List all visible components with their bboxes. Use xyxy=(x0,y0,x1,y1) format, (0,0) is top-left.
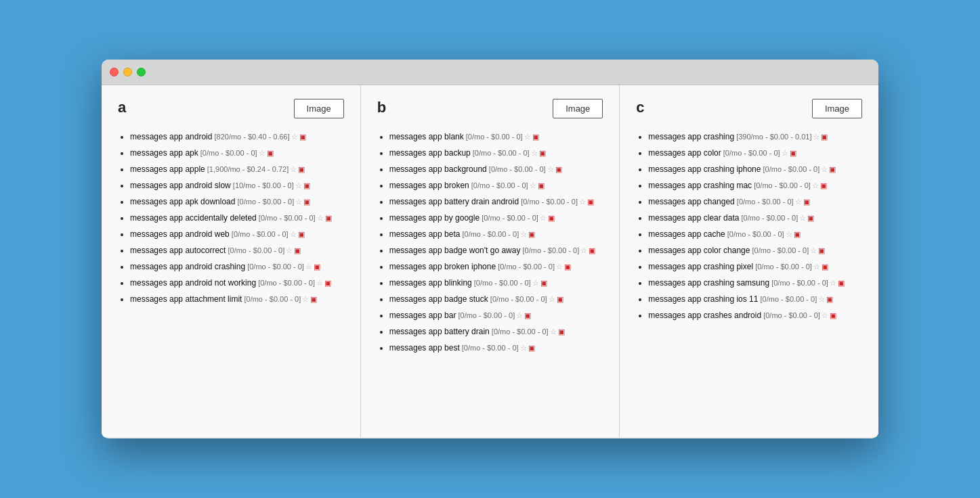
keyword-meta: [0/mo - $0.00 - 0] xyxy=(256,279,315,287)
star-icon[interactable]: ☆ xyxy=(821,164,828,175)
star-icon[interactable]: ☆ xyxy=(786,229,792,240)
bookmark-icon[interactable]: ▣ xyxy=(267,148,274,159)
bookmark-icon[interactable]: ▣ xyxy=(298,229,305,240)
star-icon[interactable]: ☆ xyxy=(520,342,527,354)
bookmark-icon[interactable]: ▣ xyxy=(294,245,301,256)
bookmark-icon[interactable]: ▣ xyxy=(299,131,306,143)
star-icon[interactable]: ☆ xyxy=(290,164,297,175)
bookmark-icon[interactable]: ▣ xyxy=(557,294,563,305)
bookmark-icon[interactable]: ▣ xyxy=(555,164,562,175)
keyword-text: messages app autocorrect xyxy=(130,246,226,255)
star-icon[interactable]: ☆ xyxy=(290,229,297,240)
bookmark-icon[interactable]: ▣ xyxy=(310,294,317,305)
star-icon[interactable]: ☆ xyxy=(799,212,806,224)
star-icon[interactable]: ☆ xyxy=(295,196,302,208)
keyword-action-icons: ☆▣ xyxy=(305,261,320,273)
star-icon[interactable]: ☆ xyxy=(822,310,828,321)
bookmark-icon[interactable]: ▣ xyxy=(821,131,828,143)
bookmark-icon[interactable]: ▣ xyxy=(558,326,565,338)
star-icon[interactable]: ☆ xyxy=(818,294,825,305)
bookmark-icon[interactable]: ▣ xyxy=(539,148,546,159)
bookmark-icon[interactable]: ▣ xyxy=(587,196,594,208)
image-button-c[interactable]: Image xyxy=(812,99,862,118)
image-button-a[interactable]: Image xyxy=(294,99,344,118)
bookmark-icon[interactable]: ▣ xyxy=(829,164,836,175)
star-icon[interactable]: ☆ xyxy=(556,261,563,273)
star-icon[interactable]: ☆ xyxy=(302,294,309,305)
bookmark-icon[interactable]: ▣ xyxy=(303,196,310,208)
bookmark-icon[interactable]: ▣ xyxy=(303,180,310,191)
list-item: messages app apk [0/mo - $0.00 - 0]☆▣ xyxy=(130,147,344,159)
bookmark-icon[interactable]: ▣ xyxy=(790,148,796,159)
bookmark-icon[interactable]: ▣ xyxy=(826,294,833,305)
star-icon[interactable]: ☆ xyxy=(520,229,527,240)
bookmark-icon[interactable]: ▣ xyxy=(803,196,810,208)
keyword-meta: [0/mo - $0.00 - 0] xyxy=(761,311,820,319)
star-icon[interactable]: ☆ xyxy=(531,148,538,159)
bookmark-icon[interactable]: ▣ xyxy=(314,261,320,273)
bookmark-icon[interactable]: ▣ xyxy=(818,245,825,256)
star-icon[interactable]: ☆ xyxy=(812,180,819,191)
list-item: messages app crashing mac [0/mo - $0.00 … xyxy=(648,179,862,191)
star-icon[interactable]: ☆ xyxy=(295,180,302,191)
bookmark-icon[interactable]: ▣ xyxy=(564,261,571,273)
bookmark-icon[interactable]: ▣ xyxy=(838,277,845,289)
keyword-text: messages app badge stuck xyxy=(389,294,488,304)
star-icon[interactable]: ☆ xyxy=(524,131,531,143)
list-item: messages app badge stuck [0/mo - $0.00 -… xyxy=(389,293,603,305)
star-icon[interactable]: ☆ xyxy=(830,277,836,289)
bookmark-icon[interactable]: ▣ xyxy=(524,310,531,321)
close-button[interactable] xyxy=(110,68,119,76)
star-icon[interactable]: ☆ xyxy=(540,212,547,224)
bookmark-icon[interactable]: ▣ xyxy=(822,261,828,273)
star-icon[interactable]: ☆ xyxy=(530,180,536,191)
star-icon[interactable]: ☆ xyxy=(305,261,312,273)
bookmark-icon[interactable]: ▣ xyxy=(794,229,801,240)
bookmark-icon[interactable]: ▣ xyxy=(589,245,595,256)
bookmark-icon[interactable]: ▣ xyxy=(325,212,332,224)
keyword-action-icons: ☆▣ xyxy=(520,342,535,354)
star-icon[interactable]: ☆ xyxy=(317,212,324,224)
star-icon[interactable]: ☆ xyxy=(813,261,820,273)
bookmark-icon[interactable]: ▣ xyxy=(540,277,547,289)
maximize-button[interactable] xyxy=(137,68,146,76)
bookmark-icon[interactable]: ▣ xyxy=(324,277,331,289)
star-icon[interactable]: ☆ xyxy=(580,245,587,256)
image-button-b[interactable]: Image xyxy=(553,99,603,118)
star-icon[interactable]: ☆ xyxy=(810,245,817,256)
bookmark-icon[interactable]: ▣ xyxy=(820,180,827,191)
star-icon[interactable]: ☆ xyxy=(549,294,555,305)
bookmark-icon[interactable]: ▣ xyxy=(528,342,535,354)
keyword-meta: [0/mo - $0.00 - 0] xyxy=(226,246,284,254)
bookmark-icon[interactable]: ▣ xyxy=(528,229,535,240)
keyword-list-a: messages app android [820/mo - $0.40 - 0… xyxy=(118,131,344,305)
star-icon[interactable]: ☆ xyxy=(316,277,323,289)
star-icon[interactable]: ☆ xyxy=(516,310,523,321)
keyword-text: messages app apple xyxy=(130,164,205,174)
keyword-meta: [0/mo - $0.00 - 0] xyxy=(235,198,294,206)
keyword-text: messages app crashing mac xyxy=(648,181,752,190)
star-icon[interactable]: ☆ xyxy=(532,277,539,289)
keyword-action-icons: ☆▣ xyxy=(290,229,305,240)
bookmark-icon[interactable]: ▣ xyxy=(807,212,814,224)
star-icon[interactable]: ☆ xyxy=(286,245,293,256)
bookmark-icon[interactable]: ▣ xyxy=(830,310,836,321)
minimize-button[interactable] xyxy=(123,68,132,76)
star-icon[interactable]: ☆ xyxy=(547,164,554,175)
star-icon[interactable]: ☆ xyxy=(782,148,788,159)
bookmark-icon[interactable]: ▣ xyxy=(298,164,305,175)
list-item: messages app crashes android [0/mo - $0.… xyxy=(648,309,862,321)
star-icon[interactable]: ☆ xyxy=(579,196,586,208)
bookmark-icon[interactable]: ▣ xyxy=(538,180,545,191)
star-icon[interactable]: ☆ xyxy=(550,326,557,338)
star-icon[interactable]: ☆ xyxy=(259,148,265,159)
bookmark-icon[interactable]: ▣ xyxy=(548,212,555,224)
star-icon[interactable]: ☆ xyxy=(795,196,802,208)
star-icon[interactable]: ☆ xyxy=(291,131,298,143)
keyword-text: messages app clear data xyxy=(648,213,739,223)
keyword-text: messages app battery drain xyxy=(389,327,490,336)
list-item: messages app backup [0/mo - $0.00 - 0]☆▣ xyxy=(389,147,603,159)
keyword-action-icons: ☆▣ xyxy=(550,326,565,338)
bookmark-icon[interactable]: ▣ xyxy=(532,131,539,143)
star-icon[interactable]: ☆ xyxy=(813,131,819,143)
